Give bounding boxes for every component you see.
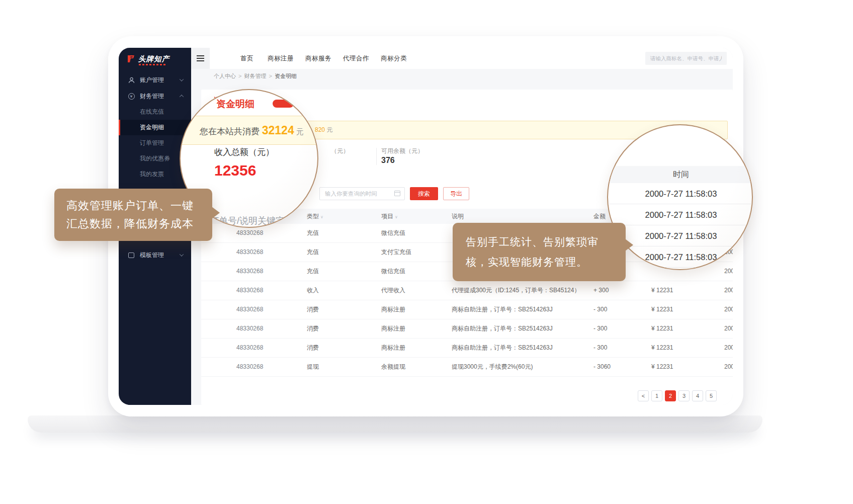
pagination: < 12345 — [638, 390, 717, 401]
cell-desc: 商标自助注册，订单号：SB2514263J — [452, 319, 553, 338]
cell-order: 48330268 — [236, 319, 263, 338]
breadcrumb-part: 资金明细 — [275, 73, 297, 79]
breadcrumb-part[interactable]: 财务管理 — [244, 73, 266, 79]
stage: 头牌知产 账户管理 ¥ 财务管理 在线充值 — [0, 0, 853, 504]
cell-amount: + 300 — [593, 281, 609, 300]
sidebar-item-account[interactable]: 账户管理 — [119, 72, 191, 88]
sidebar-item-label: 我的发票 — [140, 170, 164, 179]
nav-item-5[interactable]: 商标分类 — [381, 48, 407, 69]
table-row: 48330268消费商标注册商标自助注册，订单号：SB2514263J- 300… — [201, 300, 733, 319]
page-button-3[interactable]: 3 — [678, 390, 690, 401]
cell-order: 48330268 — [236, 339, 263, 357]
cell-type: 收入 — [307, 281, 319, 300]
cell-amount: - 3060 — [593, 358, 611, 376]
cell-time: 2000-7-27 11:58:03 — [724, 281, 733, 300]
nav-item-4[interactable]: 代理合作 — [343, 48, 369, 69]
cell-order: 48330268 — [236, 243, 263, 262]
cell-desc: 商标自助注册，订单号：SB2514263J — [452, 300, 553, 319]
cell-time: 2000-7-27 11:58:03 — [724, 300, 733, 319]
sidebar-item-label: 资金明细 — [140, 123, 164, 132]
cell-desc: 商标自助注册，订单号：SB2514263J — [452, 339, 553, 357]
cell-amount: - 300 — [593, 319, 607, 338]
cell-type: 充值 — [307, 262, 319, 281]
page-button-5[interactable]: 5 — [706, 390, 717, 401]
callout-left: 高效管理账户订单、一键汇总数据，降低财务成本 — [54, 189, 212, 241]
sidebar-item-label: 财务管理 — [140, 92, 164, 101]
cell-type: 消费 — [307, 319, 319, 338]
sort-caret-icon: ∨ — [395, 215, 398, 219]
prev-page-button[interactable]: < — [638, 390, 649, 401]
cell-balance: ¥ 12231 — [651, 300, 673, 319]
cell-type: 充值 — [307, 224, 319, 242]
nav-item-1[interactable]: 首页 — [240, 48, 253, 69]
table-row: 48330268消费商标注册商标自助注册，订单号：SB2514263J- 300… — [201, 339, 733, 358]
cell-type: 消费 — [307, 339, 319, 357]
stat-divider — [376, 148, 377, 165]
cell-time: 2000-7-27 11:58:03 — [724, 358, 733, 376]
hamburger-menu-icon[interactable] — [191, 48, 210, 69]
sidebar-item-finance[interactable]: ¥ 财务管理 — [119, 88, 191, 104]
date-query-input[interactable] — [319, 187, 405, 200]
cell-project: 代理收入 — [381, 281, 405, 300]
cell-type: 充值 — [307, 243, 319, 262]
stat-label-balance: 可用余额（元） — [381, 147, 423, 155]
cell-project: 微信充值 — [381, 262, 405, 281]
cell-balance: ¥ 12231 — [651, 319, 673, 338]
cell-desc: 代理提成300元（ID:1245，订单号：SB45124） — [452, 281, 580, 300]
top-navbar: 首页商标注册商标服务代理合作商标分类 — [191, 48, 733, 69]
sidebar-item-label: 账户管理 — [140, 76, 164, 85]
calendar-icon[interactable] — [394, 191, 400, 196]
chevron-down-icon — [180, 252, 184, 256]
header-desc: 说明 — [452, 209, 464, 224]
cell-project: 微信充值 — [381, 224, 405, 242]
logo: 头牌知产 — [126, 54, 169, 64]
logo-subtext — [139, 64, 167, 65]
page-button-2[interactable]: 2 — [665, 390, 676, 401]
sidebar-item-label: 订单管理 — [140, 139, 164, 147]
export-button[interactable]: 导出 — [443, 187, 469, 200]
page-button-1[interactable]: 1 — [651, 390, 662, 401]
breadcrumb-part[interactable]: 个人中心 — [214, 73, 236, 79]
sort-caret-icon: ∨ — [320, 215, 323, 219]
search-button[interactable]: 搜索 — [410, 187, 438, 200]
cell-balance: ¥ 12231 — [651, 339, 673, 357]
search-input[interactable] — [645, 52, 727, 65]
stat-value-balance: 376 — [381, 156, 395, 165]
breadcrumb-separator: > — [238, 73, 241, 79]
sidebar-item-label: 模板管理 — [140, 251, 164, 260]
laptop-base — [28, 415, 762, 433]
nav-item-3[interactable]: 商标服务 — [305, 48, 331, 69]
cell-time: 2000-7-27 11:58:03 — [724, 262, 733, 281]
sidebar-item-label: 在线充值 — [140, 108, 164, 116]
cell-order: 48330268 — [236, 262, 263, 281]
template-icon — [128, 251, 135, 259]
finance-icon: ¥ — [128, 93, 135, 100]
user-icon — [128, 76, 135, 83]
cell-desc: 提现3000元，手续费2%(60元) — [452, 358, 533, 376]
cell-project: 商标注册 — [381, 339, 405, 357]
breadcrumb-separator: > — [269, 73, 272, 79]
cell-project: 余额提现 — [381, 358, 405, 376]
sidebar-item-fund-details[interactable]: 资金明细 — [119, 120, 191, 135]
cell-project: 商标注册 — [381, 300, 405, 319]
header-project[interactable]: 项目∨ — [381, 209, 398, 225]
nav-item-2[interactable]: 商标注册 — [268, 48, 294, 69]
header-type[interactable]: 类型∨ — [307, 209, 323, 225]
table-row: 48330268提现余额提现提现3000元，手续费2%(60元)- 3060¥ … — [201, 358, 733, 377]
sidebar-item-label: 我的优惠券 — [140, 154, 170, 163]
table-row: 48330268收入代理收入代理提成300元（ID:1245，订单号：SB451… — [201, 281, 733, 300]
sidebar-item-online-recharge[interactable]: 在线充值 — [119, 104, 191, 120]
breadcrumb: 个人中心>财务管理>资金明细 — [214, 69, 299, 83]
cell-time: 2000-7-27 11:58:03 — [724, 339, 733, 357]
callout-text: 告别手工统计、告别繁琐审核，实现智能财务管理。 — [466, 232, 613, 272]
callout-right: 告别手工统计、告别繁琐审核，实现智能财务管理。 — [453, 223, 626, 281]
notice-tail-unit: 元 — [325, 126, 332, 133]
cell-order: 48330268 — [236, 281, 263, 300]
sidebar-item-template[interactable]: 模板管理 — [119, 247, 191, 263]
page-button-4[interactable]: 4 — [692, 390, 703, 401]
cell-balance: ¥ 12231 — [651, 281, 673, 300]
cell-order: 48330268 — [236, 358, 263, 376]
notice-tail-amount: 820 — [315, 126, 325, 133]
cell-balance: ¥ 12231 — [651, 358, 673, 376]
callout-text: 高效管理账户订单、一键汇总数据，降低财务成本 — [66, 197, 200, 233]
